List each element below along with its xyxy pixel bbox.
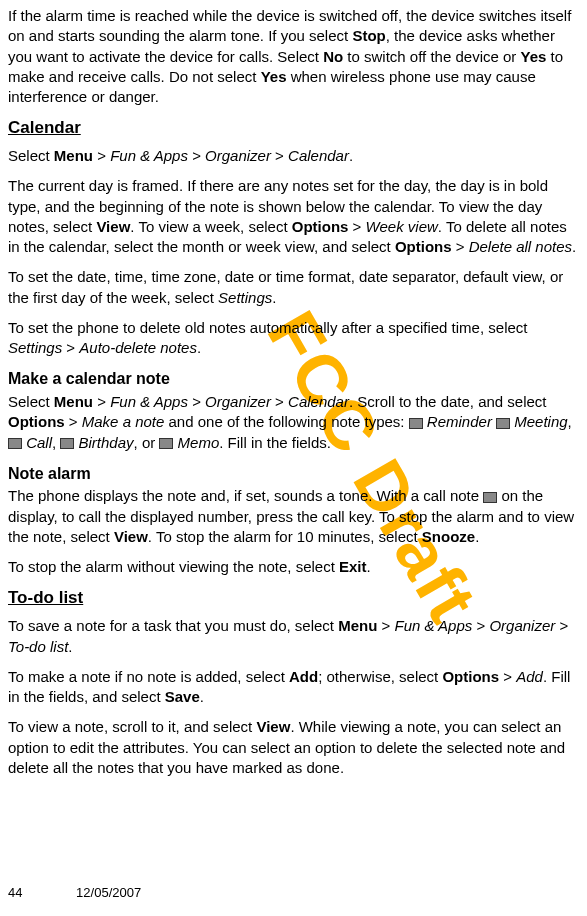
- paragraph-todo-path: To save a note for a task that you must …: [8, 616, 579, 657]
- footer-date: 12/05/2007: [76, 885, 141, 900]
- memo-icon: [159, 438, 173, 449]
- heading-calendar: Calendar: [8, 117, 579, 140]
- heading-make-note: Make a calendar note: [8, 368, 579, 390]
- reminder-icon: [409, 418, 423, 429]
- paragraph-current-day: The current day is framed. If there are …: [8, 176, 579, 257]
- paragraph-add-note: To make a note if no note is added, sele…: [8, 667, 579, 708]
- paragraph-alarm: If the alarm time is reached while the d…: [8, 6, 579, 107]
- paragraph-calendar-path: Select Menu > Fun & Apps > Organizer > C…: [8, 146, 579, 166]
- page-number: 44: [8, 885, 22, 900]
- paragraph-auto-delete: To set the phone to delete old notes aut…: [8, 318, 579, 359]
- call-icon: [8, 438, 22, 449]
- birthday-icon: [60, 438, 74, 449]
- heading-todo: To-do list: [8, 587, 579, 610]
- heading-note-alarm: Note alarm: [8, 463, 579, 485]
- footer: 44 12/05/2007: [8, 884, 141, 902]
- paragraph-set-date: To set the date, time, time zone, date o…: [8, 267, 579, 308]
- paragraph-stop-alarm: To stop the alarm without viewing the no…: [8, 557, 579, 577]
- paragraph-make-note: Select Menu > Fun & Apps > Organizer > C…: [8, 392, 579, 453]
- meeting-icon: [496, 418, 510, 429]
- call-note-icon: [483, 492, 497, 503]
- paragraph-view-note: To view a note, scroll to it, and select…: [8, 717, 579, 778]
- paragraph-note-alarm: The phone displays the note and, if set,…: [8, 486, 579, 547]
